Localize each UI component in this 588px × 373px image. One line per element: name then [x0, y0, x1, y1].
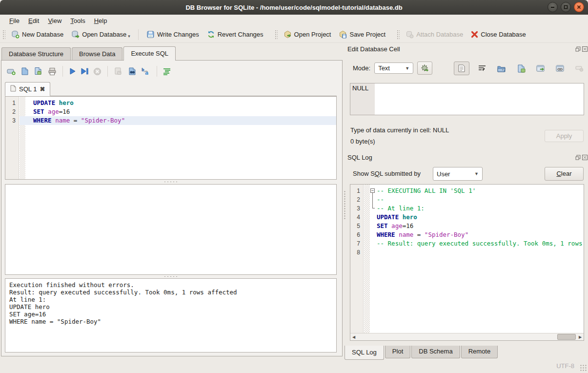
line-number-gutter: 123 [5, 97, 19, 179]
sql-log-view[interactable]: 12345678 −-- EXECUTING ALL IN 'SQL 1'---… [350, 184, 584, 341]
menu-help[interactable]: Help [90, 16, 112, 25]
attach-database-icon [406, 30, 414, 39]
mode-label: Mode: [353, 64, 370, 72]
import-file-button[interactable] [495, 62, 508, 75]
main-toolbar: New Database Open Database ▾ Write Chang… [0, 26, 588, 43]
menu-edit[interactable]: Edit [24, 16, 43, 25]
open-sql-file-button[interactable] [20, 67, 29, 76]
save-project-button[interactable]: Save Project [335, 28, 389, 41]
title-bar: DB Browser for SQLite - /home/user/code/… [0, 0, 588, 15]
execute-line-button[interactable] [81, 67, 89, 75]
toolbar-separator [138, 29, 139, 40]
tab-sql-log[interactable]: SQL Log [345, 346, 384, 360]
line-number-gutter: 12345678 [350, 185, 364, 340]
new-database-icon [11, 30, 20, 39]
close-icon[interactable] [582, 155, 588, 160]
toolbar-handle[interactable] [396, 29, 400, 40]
sql-log-filter-label: Show SQL submitted by [353, 170, 421, 177]
attach-database-button: Attach Database [402, 28, 467, 41]
window-controls [547, 2, 584, 12]
tab-browse-data[interactable]: Browse Data [72, 47, 122, 61]
open-database-dropdown-icon[interactable]: ▾ [128, 34, 130, 39]
sql-log-code: −-- EXECUTING ALL IN 'SQL 1'---- At line… [370, 186, 584, 257]
menu-view[interactable]: View [43, 16, 66, 25]
open-external-button[interactable] [534, 63, 547, 74]
sql-tab-label: SQL 1 [19, 85, 37, 93]
toolbar-separator [157, 66, 157, 77]
save-results-button [114, 67, 123, 76]
scroll-right-icon[interactable]: ▶ [577, 333, 584, 340]
menu-bar: File Edit View Tools Help [0, 15, 588, 26]
open-project-button[interactable]: Open Project [280, 28, 335, 41]
float-icon[interactable] [575, 46, 581, 52]
sql-editor-toolbar: ba [7, 64, 171, 79]
sql-code[interactable]: UPDATE heroSET age=16WHERE name = "Spide… [25, 99, 336, 125]
close-tab-icon[interactable]: ✖ [40, 85, 45, 93]
encoding-status: UTF-8 [556, 362, 574, 370]
word-wrap-button[interactable] [476, 63, 488, 74]
results-pane[interactable] [5, 184, 337, 275]
dock-tab-bar: SQL Log Plot DB Schema Remote [345, 346, 499, 360]
cell-value-editor[interactable]: NULL [350, 83, 584, 115]
minimize-button[interactable] [547, 2, 558, 12]
fold-margin [364, 185, 370, 340]
close-button[interactable] [574, 2, 584, 12]
maximize-button[interactable] [561, 2, 571, 12]
print-button[interactable] [48, 67, 57, 76]
tab-database-structure[interactable]: Database Structure [1, 47, 71, 61]
tab-remote[interactable]: Remote [461, 346, 498, 358]
save-sql-file-button[interactable] [34, 67, 43, 76]
horizontal-scrollbar[interactable]: ◀ ▶ [350, 333, 584, 340]
toolbar-handle[interactable] [2, 29, 5, 40]
sql-log-dock-buttons [575, 155, 588, 160]
new-sql-tab-button[interactable] [7, 67, 16, 76]
find-button[interactable] [128, 67, 137, 76]
tab-plot[interactable]: Plot [385, 346, 410, 358]
sql-log-title: SQL Log [347, 154, 372, 161]
mode-select[interactable]: Text ▼ [374, 62, 413, 74]
replace-button[interactable]: ba [141, 67, 151, 76]
cell-null-label: NULL [350, 83, 375, 115]
apply-button: Apply [545, 130, 584, 142]
float-icon[interactable] [575, 155, 581, 160]
apply-settings-button[interactable] [417, 62, 432, 75]
tab-db-schema[interactable]: DB Schema [411, 346, 460, 358]
write-changes-icon [146, 30, 155, 39]
sql-editor[interactable]: 123 UPDATE heroSET age=16WHERE name = "S… [5, 96, 337, 180]
open-database-icon [71, 30, 80, 39]
new-database-button[interactable]: New Database [7, 28, 67, 41]
cell-type-text: Type of data currently in cell: NULL [350, 126, 449, 134]
edit-cell-dock-buttons [575, 46, 588, 52]
format-sql-button[interactable] [163, 68, 171, 75]
write-changes-button[interactable]: Write Changes [142, 28, 203, 41]
submitted-by-select[interactable]: User ▼ [433, 167, 483, 181]
tab-execute-sql[interactable]: Execute SQL [123, 46, 176, 61]
revert-changes-button[interactable]: Revert Changes [203, 28, 267, 41]
open-database-button[interactable]: Open Database ▾ [67, 28, 134, 41]
revert-changes-icon [207, 30, 215, 39]
close-icon[interactable] [582, 46, 588, 52]
chevron-down-icon: ▼ [405, 66, 409, 71]
main-tab-bar: Database Structure Browse Data Execute S… [1, 46, 177, 61]
sql-1-tab[interactable]: SQL 1 ✖ [5, 82, 50, 96]
execution-messages[interactable]: Execution finished without errors.Result… [5, 278, 337, 352]
close-database-button[interactable]: Close Database [467, 29, 530, 40]
execute-all-button[interactable] [69, 67, 76, 75]
text-mode-button[interactable] [454, 62, 469, 75]
menu-file[interactable]: File [5, 16, 24, 25]
menu-tools[interactable]: Tools [66, 16, 89, 25]
edit-cell-title: Edit Database Cell [347, 45, 400, 53]
fold-margin [20, 97, 25, 179]
open-project-icon [284, 30, 292, 39]
toolbar-separator [107, 66, 108, 77]
export-file-button[interactable] [515, 62, 527, 75]
pane-splitter[interactable] [5, 180, 337, 184]
clear-button[interactable]: Clear [545, 167, 584, 181]
resize-grip[interactable] [580, 364, 587, 371]
panel-splitter[interactable] [344, 190, 346, 220]
scroll-left-icon[interactable]: ◀ [350, 333, 357, 340]
cell-editor-toolbar [454, 62, 588, 75]
toolbar-handle[interactable] [274, 29, 278, 40]
scrollbar-thumb[interactable] [557, 334, 576, 340]
link-button[interactable] [554, 63, 567, 74]
